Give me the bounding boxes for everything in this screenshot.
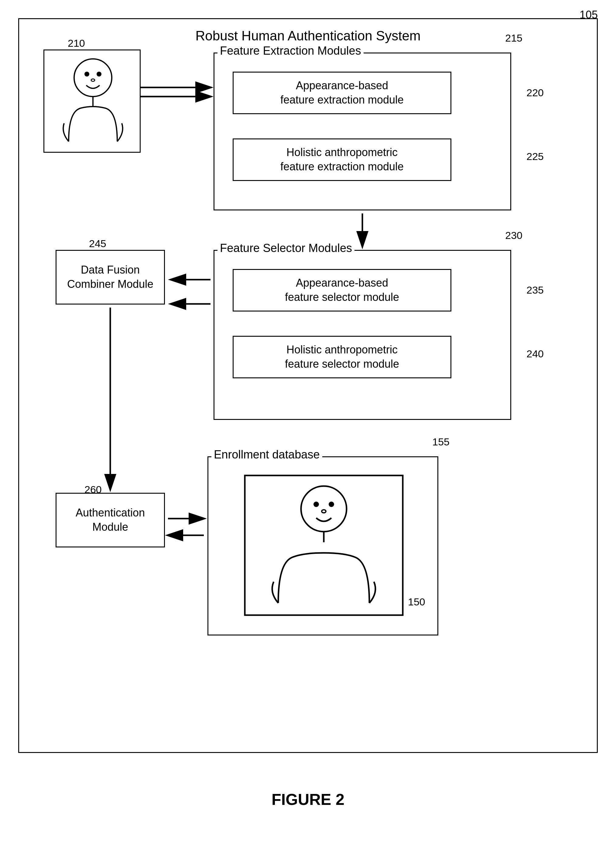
main-diagram-border: Robust Human Authentication System 210: [18, 18, 598, 753]
label-235: 235: [526, 284, 544, 296]
feature-extraction-title: Feature Extraction Modules: [217, 44, 364, 57]
svg-point-8: [329, 501, 334, 507]
label-210: 210: [68, 37, 85, 49]
holistic-selector-module: Holistic anthropometricfeature selector …: [233, 336, 451, 378]
svg-point-2: [96, 72, 101, 77]
svg-point-1: [85, 72, 89, 77]
label-220: 220: [526, 87, 544, 99]
enrollment-container: Enrollment database 155: [208, 456, 438, 636]
person-svg: [45, 50, 141, 154]
data-fusion-module: Data FusionCombiner Module: [56, 250, 165, 304]
svg-rect-5: [245, 476, 403, 615]
holistic-selector-label: Holistic anthropometricfeature selector …: [285, 343, 399, 371]
page: 105 Robust Human Authentication System 2…: [0, 0, 616, 848]
enrollment-title: Enrollment database: [211, 448, 322, 461]
feature-extraction-container: Feature Extraction Modules 215 Appearanc…: [214, 52, 511, 211]
label-215: 215: [505, 32, 522, 44]
appearance-selector-module: Appearance-basedfeature selector module: [233, 269, 451, 311]
label-245: 245: [89, 238, 106, 249]
appearance-selector-label: Appearance-basedfeature selector module: [285, 276, 399, 304]
label-230: 230: [505, 230, 522, 242]
authentication-label: AuthenticationModule: [76, 506, 145, 534]
svg-point-0: [74, 59, 112, 96]
svg-point-7: [313, 501, 319, 507]
enrollment-svg: [208, 457, 439, 636]
svg-point-3: [91, 79, 95, 82]
label-240: 240: [526, 348, 544, 360]
holistic-extraction-label: Holistic anthropometricfeature extractio…: [281, 145, 404, 174]
svg-point-9: [322, 510, 326, 513]
label-155: 155: [432, 436, 450, 448]
appearance-extraction-module: Appearance-basedfeature extraction modul…: [233, 72, 451, 114]
data-fusion-label: Data FusionCombiner Module: [67, 263, 153, 292]
figure-caption: FIGURE 2: [0, 790, 616, 808]
label-150: 150: [408, 596, 425, 608]
label-225: 225: [526, 151, 544, 162]
person-figure: [43, 49, 141, 153]
feature-selector-container: Feature Selector Modules 230 Appearance-…: [214, 250, 511, 420]
svg-point-6: [301, 486, 347, 532]
feature-selector-title: Feature Selector Modules: [217, 242, 355, 255]
appearance-extraction-label: Appearance-basedfeature extraction modul…: [281, 79, 404, 107]
authentication-module: AuthenticationModule: [56, 493, 165, 547]
holistic-extraction-module: Holistic anthropometricfeature extractio…: [233, 138, 451, 181]
